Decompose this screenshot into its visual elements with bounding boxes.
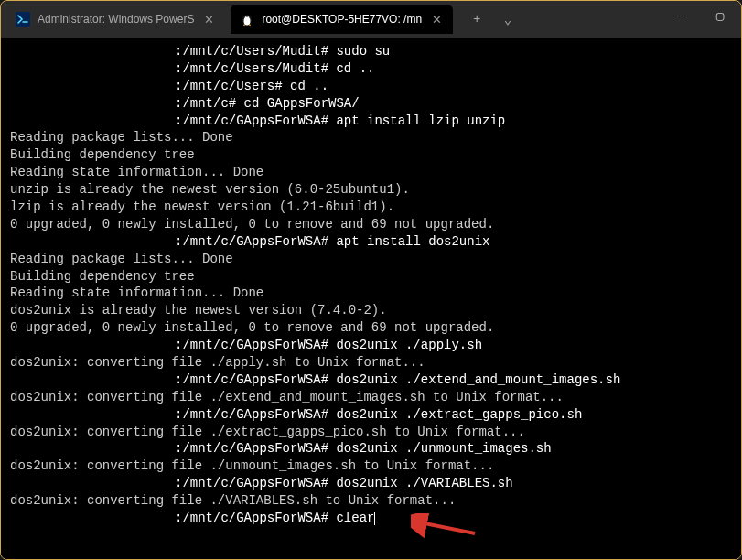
prompt-path: :/mnt/c/Users/Mudit# [175,44,328,59]
svg-point-2 [244,17,251,26]
svg-point-3 [245,16,247,18]
output-line: dos2unix: converting file ./extend_and_m… [10,389,732,406]
command-text: clear [328,511,374,525]
prompt-path: :/mnt/c/GAppsForWSA# [175,476,328,490]
tab-dropdown-button[interactable]: ⌄ [495,6,521,32]
redacted-user-host [10,409,175,422]
output-line: Building dependency tree [10,268,732,285]
output-line: 0 upgraded, 0 newly installed, 0 to remo… [10,216,732,233]
output-line: 0 upgraded, 0 newly installed, 0 to remo… [10,319,732,337]
prompt-line: :/mnt/c/GAppsForWSA# dos2unix ./extend_a… [10,372,732,389]
command-text: dos2unix ./apply.sh [328,338,482,352]
svg-point-4 [248,16,250,18]
window-controls: — ▢ [657,1,741,38]
prompt-path: :/mnt/c# [175,96,236,111]
titlebar: Administrator: Windows PowerS ✕ root@DES… [1,1,741,38]
output-line: lzip is already the newest version (1.21… [10,199,732,216]
tab-actions: + ⌄ [464,6,521,32]
output-line: Reading package lists... Done [10,251,732,268]
tab-powershell[interactable]: Administrator: Windows PowerS ✕ [6,5,225,34]
tab-label: root@DESKTOP-5HE77VO: /mn [262,13,422,26]
output-line: dos2unix is already the newest version (… [10,302,732,319]
output-line: unzip is already the newest version (6.0… [10,181,732,199]
command-text: dos2unix ./extract_gapps_pico.sh [328,407,582,422]
prompt-line: :/mnt/c/Users# cd .. [10,78,732,95]
prompt-line: :/mnt/c/GAppsForWSA# apt install dos2uni… [10,233,732,251]
command-text: apt install dos2unix [328,234,489,249]
output-line: dos2unix: converting file ./unmount_imag… [10,458,732,475]
output-line: dos2unix: converting file ./VARIABLES.sh… [10,492,732,510]
tab-label: Administrator: Windows PowerS [38,13,194,26]
output-line: dos2unix: converting file ./extract_gapp… [10,424,732,441]
output-line: Building dependency tree [10,146,732,164]
prompt-line: :/mnt/c/Users/Mudit# cd .. [10,60,732,78]
redacted-user-host [10,63,175,76]
redacted-user-host [10,46,175,59]
prompt-path: :/mnt/c/Users# [175,79,283,93]
prompt-line: :/mnt/c# cd GAppsForWSA/ [10,95,732,113]
tab-wsl[interactable]: root@DESKTOP-5HE77VO: /mn ✕ [231,5,453,34]
prompt-path: :/mnt/c/Users/Mudit# [175,61,328,76]
command-text: cd GAppsForWSA/ [236,96,359,111]
prompt-path: :/mnt/c/GAppsForWSA# [175,372,328,387]
output-line: Reading state information... Done [10,164,732,181]
command-text: cd .. [328,61,374,76]
close-icon[interactable]: ✕ [201,12,216,27]
close-icon[interactable]: ✕ [429,12,444,27]
cursor [374,512,375,525]
redacted-user-host [10,374,175,387]
terminal-output[interactable]: :/mnt/c/Users/Mudit# sudo su:/mnt/c/User… [1,38,741,559]
add-tab-button[interactable]: + [464,6,489,32]
maximize-button[interactable]: ▢ [699,1,741,30]
linux-tux-icon [240,12,254,27]
prompt-path: :/mnt/c/GAppsForWSA# [175,338,328,352]
tabs: Administrator: Windows PowerS ✕ root@DES… [1,1,453,38]
redacted-user-host [10,443,175,456]
command-text: dos2unix ./VARIABLES.sh [328,476,513,490]
command-text: dos2unix ./unmount_images.sh [328,441,552,456]
command-text: sudo su [328,44,390,59]
command-text: dos2unix ./extend_and_mount_images.sh [328,372,620,387]
redacted-user-host [10,339,175,352]
prompt-path: :/mnt/c/GAppsForWSA# [175,407,328,422]
prompt-line: :/mnt/c/GAppsForWSA# dos2unix ./apply.sh [10,337,732,354]
prompt-line: :/mnt/c/GAppsForWSA# dos2unix ./VARIABLE… [10,475,732,492]
command-text: cd .. [283,79,328,93]
output-line: Reading package lists... Done [10,129,732,146]
output-line: Reading state information... Done [10,285,732,302]
redacted-user-host [10,236,175,249]
prompt-path: :/mnt/c/GAppsForWSA# [175,511,328,525]
prompt-line: :/mnt/c/GAppsForWSA# dos2unix ./extract_… [10,406,732,424]
minimize-button[interactable]: — [657,1,699,30]
prompt-line: :/mnt/c/GAppsForWSA# dos2unix ./unmount_… [10,440,732,458]
output-line: dos2unix: converting file ./apply.sh to … [10,354,732,372]
prompt-path: :/mnt/c/GAppsForWSA# [175,234,328,249]
prompt-line: :/mnt/c/GAppsForWSA# apt install lzip un… [10,113,732,130]
redacted-user-host [10,115,175,128]
prompt-line: :/mnt/c/GAppsForWSA# clear [10,510,732,527]
prompt-path: :/mnt/c/GAppsForWSA# [175,113,328,128]
redacted-user-host [10,478,175,490]
prompt-path: :/mnt/c/GAppsForWSA# [175,441,328,456]
redacted-user-host [10,512,175,525]
redacted-user-host [10,81,175,93]
redacted-user-host [10,98,175,111]
powershell-icon [16,12,30,27]
command-text: apt install lzip unzip [328,113,505,128]
prompt-line: :/mnt/c/Users/Mudit# sudo su [10,43,732,60]
